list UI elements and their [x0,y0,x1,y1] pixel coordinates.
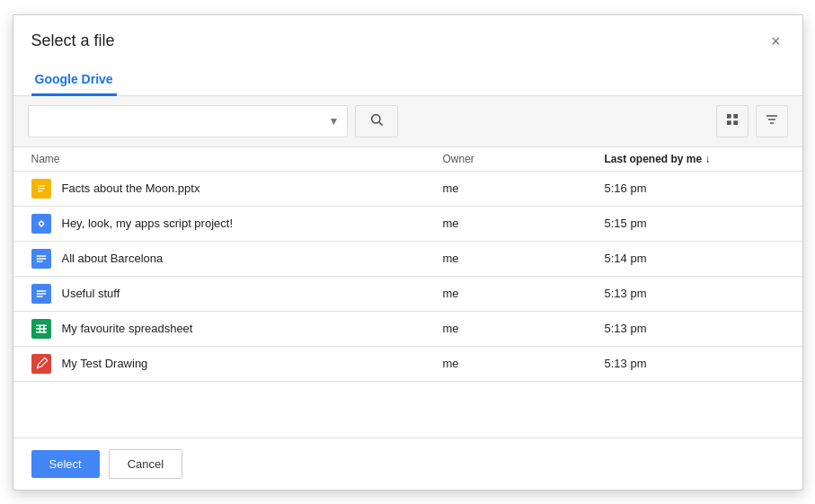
table-row[interactable]: Facts about the Moon.pptx me 5:16 pm [13,172,802,207]
file-icon-doc2 [31,284,51,304]
file-date: 5:15 pm [605,217,784,230]
search-dropdown-arrow[interactable]: ▼ [329,115,340,128]
svg-rect-25 [33,356,49,372]
file-name-cell: My favourite spreadsheet [31,319,443,339]
file-name-text: Hey, look, my apps script project! [62,217,234,230]
svg-rect-3 [733,114,738,119]
svg-line-1 [379,122,383,126]
table-row[interactable]: All about Barcelona me 5:14 pm [13,242,802,277]
table-row[interactable]: Hey, look, my apps script project! me 5:… [13,207,802,242]
svg-rect-12 [36,255,46,257]
col-date[interactable]: Last opened by me ↓ [605,153,784,165]
file-name-text: All about Barcelona [62,252,164,265]
file-icon-pptx [31,179,51,199]
select-file-dialog: Select a file × Google Drive ▼ [13,14,803,491]
file-name-text: Useful stuff [62,287,120,300]
svg-rect-2 [727,114,731,119]
file-owner: me [443,322,605,335]
svg-rect-8 [38,188,45,189]
file-icon-script [31,214,51,234]
sort-button[interactable] [756,105,788,137]
file-date: 5:13 pm [605,357,784,370]
file-owner: me [443,287,605,300]
svg-rect-4 [727,120,731,125]
file-name-cell: Hey, look, my apps script project! [31,214,443,234]
svg-rect-16 [36,290,46,292]
file-icon-doc [31,249,51,269]
svg-rect-23 [39,324,40,332]
file-owner: me [443,217,605,230]
file-date: 5:16 pm [605,181,784,195]
dialog-footer: Select Cancel [13,438,802,490]
svg-rect-13 [36,258,46,260]
toolbar: ▼ [13,96,802,147]
file-name-text: My Test Drawing [62,357,148,370]
sort-icon [765,112,779,129]
file-name-text: Facts about the Moon.pptx [62,181,200,195]
close-button[interactable]: × [767,30,784,53]
svg-rect-14 [36,261,42,262]
table-row[interactable]: My Test Drawing me 5:13 pm [13,347,802,382]
search-input[interactable] [36,114,329,128]
file-date: 5:13 pm [605,322,784,335]
file-date: 5:14 pm [605,252,784,265]
search-icon [369,112,384,129]
cancel-button[interactable]: Cancel [109,449,182,479]
table-row[interactable]: My favourite spreadsheet me 5:13 pm [13,312,802,347]
search-container: ▼ [28,105,348,137]
file-name-cell: All about Barcelona [31,249,443,269]
list-header: Name Owner Last opened by me ↓ [13,147,802,172]
file-date: 5:13 pm [605,287,784,300]
tab-google-drive[interactable]: Google Drive [31,65,117,96]
file-owner: me [443,181,605,195]
dialog-header: Select a file × [13,15,802,53]
svg-rect-24 [43,324,45,332]
svg-rect-9 [38,190,42,191]
file-name-cell: My Test Drawing [31,354,443,374]
dialog-title: Select a file [31,31,115,50]
file-owner: me [443,252,605,265]
svg-point-0 [371,115,379,123]
tab-bar: Google Drive [13,64,802,96]
file-icon-drawing [31,354,51,374]
table-row[interactable]: Useful stuff me 5:13 pm [13,277,802,312]
select-button[interactable]: Select [31,450,100,478]
svg-rect-18 [36,296,42,297]
file-name-cell: Facts about the Moon.pptx [31,179,443,199]
grid-view-button[interactable] [716,105,749,137]
file-name-text: My favourite spreadsheet [62,322,193,335]
svg-rect-5 [733,120,738,125]
file-name-cell: Useful stuff [31,284,443,304]
svg-rect-17 [36,293,46,295]
svg-rect-22 [36,332,47,333]
col-name[interactable]: Name [31,153,443,165]
svg-rect-21 [36,328,47,330]
search-button[interactable] [355,105,398,137]
col-owner[interactable]: Owner [443,153,605,165]
file-list: Facts about the Moon.pptx me 5:16 pm Hey… [13,172,802,438]
file-icon-sheets [31,319,51,339]
svg-rect-10 [33,216,49,232]
grid-icon [725,112,740,129]
svg-rect-20 [36,324,47,326]
svg-rect-7 [38,185,45,186]
file-owner: me [443,357,605,370]
